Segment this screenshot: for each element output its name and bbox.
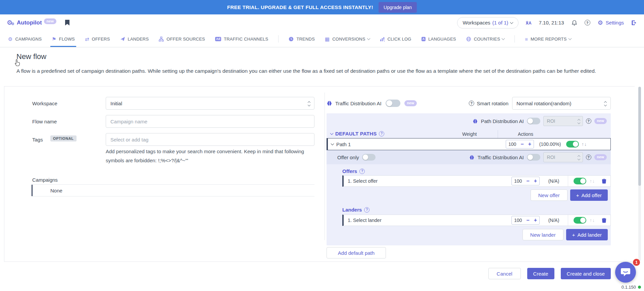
lander-enabled-toggle[interactable]: [574, 217, 586, 224]
reorder-arrows[interactable]: ↑↓: [582, 141, 587, 147]
offer-sources-sitemap-icon: [159, 37, 164, 42]
tab-traffic-channels[interactable]: Ad TRAFFIC CHANNELS: [215, 31, 268, 47]
path-percent: (100.00%): [534, 141, 566, 147]
plus-icon[interactable]: +: [528, 141, 531, 147]
tags-help-text: Add personalized tags to make your searc…: [106, 147, 323, 165]
tab-offers[interactable]: ⇄ OFFERS: [85, 31, 110, 47]
chevron-down-icon: [568, 37, 572, 40]
upgrade-plan-button[interactable]: Upgrade plan: [379, 2, 417, 13]
offer-enabled-toggle[interactable]: [574, 178, 586, 184]
flow-name-input[interactable]: [106, 115, 314, 128]
traffic-distribution-label: Traffic Distribution AI: [478, 155, 524, 160]
workspaces-selector[interactable]: Workspaces (1 of 1): [457, 17, 518, 28]
row-divider: [568, 215, 568, 226]
brand-title[interactable]: Autopilot: [17, 19, 42, 26]
path-weight-stepper[interactable]: 100 − +: [506, 140, 534, 149]
brand-new-badge: new: [44, 18, 56, 24]
chat-widget-button[interactable]: [615, 262, 636, 283]
offer-weight-stepper[interactable]: 100 − +: [511, 177, 540, 185]
languages-icon: A: [422, 37, 426, 41]
path-traffic-distribution-toggle[interactable]: [527, 154, 540, 161]
new-offer-button[interactable]: New offer: [531, 189, 567, 201]
offer-row-name: 1. Select offer: [348, 178, 378, 184]
workspaces-label: Workspaces: [463, 20, 490, 25]
lander-row-name: 1. Select lander: [348, 218, 382, 223]
landers-section-header: Landers ?: [342, 207, 369, 213]
card-top-border: [4, 86, 635, 86]
bookmark-icon[interactable]: [65, 20, 69, 25]
add-default-path-button[interactable]: Add default path: [327, 247, 386, 258]
lander-weight-stepper[interactable]: 100 − +: [511, 216, 540, 225]
offer-only-toggle[interactable]: [362, 154, 376, 161]
default-paths-help-icon[interactable]: ?: [379, 131, 384, 136]
reorder-arrows[interactable]: ↑↓: [590, 218, 595, 223]
landers-help-icon[interactable]: ?: [364, 207, 369, 213]
click-log-chart-icon: [380, 37, 385, 42]
traffic-distribution-help-icon[interactable]: ?: [586, 155, 591, 160]
workspace-select[interactable]: Initial: [106, 97, 314, 110]
settings-link[interactable]: Settings: [606, 20, 624, 25]
path-row[interactable]: Path 1 100 − + (100.00%) ↑↓: [327, 138, 611, 150]
actions-column-header: Actions: [502, 131, 549, 137]
offer-row[interactable]: 1. Select offer 100 − + (N/A) ↑↓: [342, 175, 611, 187]
help-icon[interactable]: ?: [585, 20, 590, 25]
plus-icon[interactable]: +: [534, 178, 537, 184]
reorder-arrows[interactable]: ↑↓: [590, 178, 595, 184]
header-datetime: 7.10, 21:13: [539, 20, 564, 25]
add-lander-button[interactable]: +Add lander: [566, 229, 608, 240]
roi-select[interactable]: ROI: [543, 116, 583, 126]
tab-countries[interactable]: COUNTRIES: [466, 31, 504, 47]
offers-section-header: Offers ?: [342, 168, 365, 174]
offers-help-icon[interactable]: ?: [359, 169, 365, 174]
tags-input[interactable]: [106, 133, 314, 146]
optional-badge: OPTIONAL: [50, 135, 77, 141]
minus-icon[interactable]: −: [526, 178, 529, 184]
plus-icon[interactable]: +: [534, 218, 537, 223]
campaigns-label: Campaigns: [32, 177, 58, 183]
tab-offer-sources[interactable]: OFFER SOURCES: [159, 31, 205, 47]
plus-icon: +: [576, 192, 579, 198]
delete-lander-trash-icon[interactable]: [602, 218, 606, 223]
settings-gear-icon[interactable]: ⚙: [598, 20, 603, 26]
tab-click-log[interactable]: CLICK LOG: [380, 31, 411, 47]
path-enabled-toggle[interactable]: [566, 141, 579, 148]
notifications-bell-icon[interactable]: [572, 20, 577, 26]
smart-rotation-select[interactable]: Normal rotation(random): [512, 97, 611, 110]
path-name: Path 1: [336, 141, 351, 147]
lander-row[interactable]: 1. Select lander 100 − + (N/A) ↑↓: [342, 215, 611, 226]
tab-landers[interactable]: LANDERS: [120, 31, 149, 47]
translate-icon[interactable]: x̄A: [526, 20, 532, 25]
create-and-close-button[interactable]: Create and close: [561, 268, 611, 279]
delete-offer-trash-icon[interactable]: [602, 178, 606, 184]
tab-campaigns[interactable]: ⚙ CAMPAIGNS: [8, 31, 42, 47]
tab-trends[interactable]: TRENDS: [289, 31, 315, 47]
row-divider: [568, 176, 568, 186]
nav-divider: [514, 35, 515, 43]
form-panel-divider: [325, 93, 325, 240]
smart-rotation-help-icon[interactable]: ?: [469, 101, 474, 106]
offer-stat: (N/A): [540, 178, 568, 184]
cancel-button[interactable]: Cancel: [488, 268, 521, 279]
path-distribution-toggle[interactable]: [527, 118, 540, 124]
default-paths-title[interactable]: DEFAULT PATHS ?: [331, 131, 384, 136]
autopilot-gears-icon: ⚙⚙: [7, 19, 16, 26]
new-lander-button[interactable]: New lander: [523, 229, 563, 240]
scrollbar-thumb[interactable]: [638, 87, 641, 186]
status-dot: [638, 286, 641, 289]
countries-globe-icon: [466, 37, 471, 42]
tab-languages[interactable]: A LANGUAGES: [422, 31, 456, 47]
roi-select[interactable]: ROI: [543, 152, 583, 162]
path-distribution-help-icon[interactable]: ?: [586, 118, 591, 124]
offers-shuffle-icon: ⇄: [85, 37, 89, 42]
header: ⚙⚙ Autopilot new Workspaces (1 of 1) x̄A…: [0, 14, 644, 31]
campaigns-icon: ⚙: [8, 37, 12, 42]
tab-conversions[interactable]: ▦ CONVERSIONS: [325, 31, 369, 47]
minus-icon[interactable]: −: [526, 218, 529, 223]
tab-more-reports[interactable]: ≡ MORE REPORTS: [525, 31, 571, 47]
create-button[interactable]: Create: [527, 268, 554, 279]
logout-icon[interactable]: [631, 20, 637, 25]
minus-icon[interactable]: −: [521, 141, 524, 147]
add-offer-button[interactable]: +Add offer: [570, 189, 608, 201]
tab-flows[interactable]: ⚑ FLOWS: [52, 31, 75, 47]
traffic-distribution-toggle[interactable]: [386, 100, 400, 107]
